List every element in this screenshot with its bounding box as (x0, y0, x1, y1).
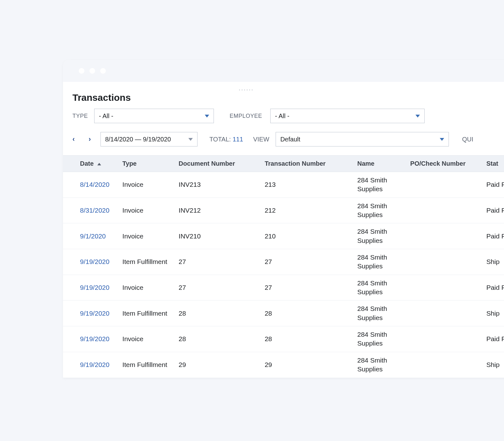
date-nav: ‹ › (72, 135, 91, 143)
cell-type: Item Fulfillment (119, 249, 176, 275)
quick-label: QUI (462, 136, 473, 143)
date-link[interactable]: 8/31/2020 (80, 207, 109, 214)
view-select-value: Default (280, 136, 300, 143)
col-header-name[interactable]: Name (354, 156, 407, 172)
cell-txnnum: 210 (261, 223, 354, 249)
cell-docnum: 28 (175, 326, 261, 352)
cell-txnnum: 27 (261, 249, 354, 275)
cell-po (407, 172, 483, 198)
table-row: 8/31/2020InvoiceINV212212284 Smith Suppl… (63, 198, 504, 223)
cell-type: Invoice (119, 172, 176, 198)
window-dot (100, 68, 106, 74)
type-label: TYPE (72, 113, 88, 119)
cell-txnnum: 213 (261, 172, 354, 198)
cell-po (407, 326, 483, 352)
caret-down-icon (205, 115, 209, 117)
cell-txnnum: 212 (261, 198, 354, 223)
col-header-txnnum[interactable]: Transaction Number (261, 156, 354, 172)
page-title: Transactions (63, 92, 504, 109)
employee-select-value: - All - (275, 112, 289, 120)
cell-type: Invoice (119, 326, 176, 352)
cell-docnum: INV212 (175, 198, 261, 223)
cell-txnnum: 29 (261, 352, 354, 378)
col-header-date[interactable]: Date (63, 156, 119, 172)
date-link[interactable]: 9/19/2020 (80, 284, 109, 291)
cell-type: Invoice (119, 275, 176, 301)
cell-txnnum: 27 (261, 275, 354, 301)
cell-name: 284 Smith Supplies (354, 223, 407, 249)
caret-down-icon (188, 138, 193, 141)
chevron-left-icon[interactable]: ‹ (72, 135, 75, 143)
cell-name: 284 Smith Supplies (354, 326, 407, 352)
col-header-type[interactable]: Type (119, 156, 176, 172)
employee-select[interactable]: - All - (270, 109, 425, 123)
cell-status: Paid Full (483, 223, 504, 249)
cell-txnnum: 28 (261, 301, 354, 326)
chevron-right-icon[interactable]: › (89, 135, 91, 143)
cell-status: Ship (483, 352, 504, 378)
table-row: 9/19/2020Item Fulfillment2727284 Smith S… (63, 249, 504, 275)
total-label: TOTAL: 111 (209, 136, 243, 143)
cell-docnum: 27 (175, 275, 261, 301)
cell-status: Ship (483, 249, 504, 275)
cell-po (407, 198, 483, 223)
filters-row-1: TYPE - All - EMPLOYEE - All - (63, 109, 504, 123)
app-window: Transactions TYPE - All - EMPLOYEE - All… (63, 60, 504, 378)
caret-down-icon (440, 138, 444, 141)
table-row: 9/19/2020Item Fulfillment2828284 Smith S… (63, 301, 504, 326)
employee-label: EMPLOYEE (230, 113, 262, 119)
cell-name: 284 Smith Supplies (354, 249, 407, 275)
date-link[interactable]: 9/19/2020 (80, 335, 109, 342)
cell-po (407, 223, 483, 249)
table-row: 9/19/2020Invoice2828284 Smith SuppliesPa… (63, 326, 504, 352)
drag-handle-icon[interactable] (63, 89, 504, 90)
cell-name: 284 Smith Supplies (354, 172, 407, 198)
cell-status: Ship (483, 301, 504, 326)
cell-txnnum: 28 (261, 326, 354, 352)
cell-type: Item Fulfillment (119, 301, 176, 326)
cell-type: Invoice (119, 198, 176, 223)
window-dot (79, 68, 84, 74)
filters-row-2: ‹ › 8/14/2020 — 9/19/2020 TOTAL: 111 VIE… (63, 132, 504, 146)
table-header-row: Date Type Document Number Transaction Nu… (63, 156, 504, 172)
type-select[interactable]: - All - (94, 109, 214, 123)
col-header-docnum[interactable]: Document Number (175, 156, 261, 172)
date-link[interactable]: 9/19/2020 (80, 361, 109, 368)
cell-name: 284 Smith Supplies (354, 301, 407, 326)
cell-docnum: 27 (175, 249, 261, 275)
cell-status: Paid Full (483, 275, 504, 301)
view-label: VIEW (253, 136, 269, 143)
titlebar (63, 60, 504, 82)
date-link[interactable]: 9/1/2020 (80, 232, 106, 240)
content-area: Transactions TYPE - All - EMPLOYEE - All… (63, 82, 504, 378)
col-header-po[interactable]: PO/Check Number (407, 156, 483, 172)
table-row: 8/14/2020InvoiceINV213213284 Smith Suppl… (63, 172, 504, 198)
cell-status: Paid Full (483, 172, 504, 198)
cell-docnum: 28 (175, 301, 261, 326)
total-label-text: TOTAL: (209, 136, 231, 143)
cell-type: Item Fulfillment (119, 352, 176, 378)
cell-type: Invoice (119, 223, 176, 249)
table-row: 9/19/2020Invoice2727284 Smith SuppliesPa… (63, 275, 504, 301)
cell-po (407, 275, 483, 301)
col-header-date-text: Date (80, 160, 94, 167)
date-range-select[interactable]: 8/14/2020 — 9/19/2020 (100, 132, 198, 146)
cell-docnum: 29 (175, 352, 261, 378)
cell-po (407, 352, 483, 378)
date-link[interactable]: 9/19/2020 (80, 310, 109, 317)
type-select-value: - All - (99, 112, 113, 120)
col-header-status[interactable]: Stat (483, 156, 504, 172)
cell-name: 284 Smith Supplies (354, 198, 407, 223)
cell-docnum: INV213 (175, 172, 261, 198)
cell-po (407, 301, 483, 326)
date-range-value: 8/14/2020 — 9/19/2020 (105, 136, 171, 143)
view-select[interactable]: Default (276, 132, 449, 146)
caret-down-icon (415, 115, 420, 117)
cell-name: 284 Smith Supplies (354, 352, 407, 378)
cell-status: Paid Full (483, 198, 504, 223)
cell-docnum: INV210 (175, 223, 261, 249)
date-link[interactable]: 8/14/2020 (80, 181, 109, 188)
cell-name: 284 Smith Supplies (354, 275, 407, 301)
table-row: 9/19/2020Item Fulfillment2929284 Smith S… (63, 352, 504, 378)
date-link[interactable]: 9/19/2020 (80, 258, 109, 265)
